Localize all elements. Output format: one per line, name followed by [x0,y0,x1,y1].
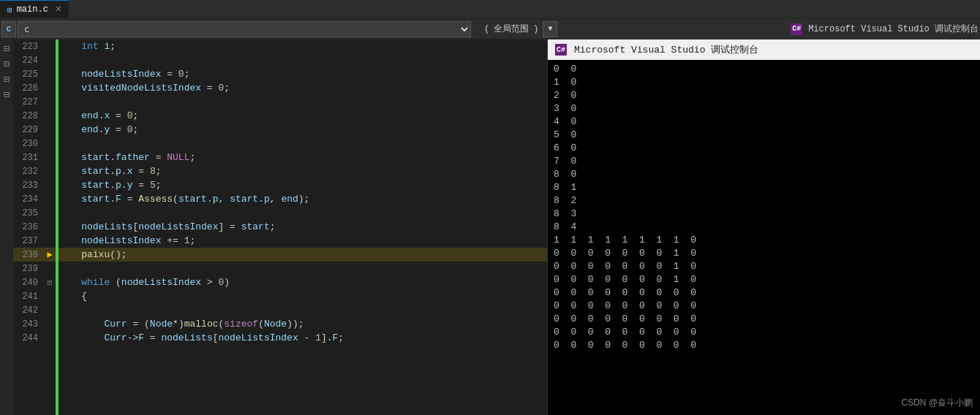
table-row: 237 nodeListsIndex += 1; [13,234,547,248]
code-lines: 223 int i; 224 225 nodeListsIndex = 0; 2… [13,39,547,345]
list-item: 0 0 0 0 0 0 0 0 0 [554,300,974,313]
list-item: 8 0 [554,168,974,181]
sidebar-icon-1[interactable]: ⊟ [4,42,10,55]
list-item: 0 0 0 0 0 0 0 0 0 [554,339,974,352]
tab-main-c[interactable]: ⊞ main.c × [0,0,69,18]
table-row: 229 end.y = 0; [13,123,547,137]
table-row: 241 { [13,289,547,303]
modified-indicator-bar [56,39,59,415]
table-row: 225 nodeListsIndex = 0; [13,67,547,81]
list-item: 0 0 0 0 0 0 0 0 0 [554,313,974,326]
table-row: 243 Curr = (Node*)malloc(sizeof(Node)); [13,317,547,331]
table-row: 230 [13,137,547,151]
file-type-icon: ⊞ [7,5,12,15]
watermark: CSDN @奋斗小鹏 [901,397,973,409]
list-item: 0 0 0 0 0 0 0 1 0 [554,247,974,260]
list-item: 8 1 [554,181,974,194]
sidebar-icon-4[interactable]: ⊟ [4,88,10,101]
vs-icon: C# [791,23,802,35]
table-row: 232 start.p.x = 8; [13,164,547,178]
scope-icon: C [1,21,16,37]
list-item: 6 0 [554,142,974,155]
table-row: 235 [13,206,547,220]
scope-value: 全局范围 [494,23,529,35]
list-item: 2 0 [554,89,974,102]
list-item: 0 0 [554,63,974,76]
c-icon: C [7,25,12,34]
debug-title-toolbar: Microsoft Visual Studio 调试控制台 [808,23,979,35]
editor-area: 223 int i; 224 225 nodeListsIndex = 0; 2… [13,39,547,415]
list-item: 0 0 0 0 0 0 0 1 0 [554,260,974,273]
list-item: 0 0 0 0 0 0 0 0 0 [554,286,974,300]
list-item: 8 3 [554,208,974,221]
debug-header: C# Microsoft Visual Studio 调试控制台 [548,39,980,60]
table-row: 223 int i; [13,39,547,53]
scope-dropdown-left[interactable]: c [18,21,471,37]
scope-label-parens2: ) [530,24,541,34]
toolbar: C c ( 全局范围 ) ▼ C# Microsoft Visual Studi… [0,19,980,39]
list-item: 1 1 1 1 1 1 1 1 0 [554,234,974,247]
table-row: 240 ⊟ while (nodeListsIndex > 0) [13,275,547,289]
list-item: 8 4 [554,221,974,234]
main-area: ⊟ ⊟ ⊟ ⊟ 223 int i; 224 225 [0,39,980,415]
debug-arrow-indicator: ▶ [47,249,52,260]
table-row: 236 nodeLists[nodeListsIndex] = start; [13,220,547,234]
left-sidebar: ⊟ ⊟ ⊟ ⊟ [0,39,13,415]
tab-filename: main.c [17,4,48,15]
list-item: 0 0 0 0 0 0 0 0 0 [554,326,974,339]
table-row: 231 start.father = NULL; [13,151,547,164]
list-item: 8 2 [554,194,974,208]
list-item: 0 0 0 0 0 0 0 1 0 [554,273,974,286]
sidebar-icon-2[interactable]: ⊟ [4,58,10,70]
collapse-button[interactable]: ⊟ [48,278,52,287]
debug-output: 0 0 1 0 2 0 3 0 4 0 5 0 6 0 7 0 8 0 8 1 … [548,60,980,415]
debug-title: Microsoft Visual Studio 调试控制台 [574,43,758,56]
table-row: 244 Curr->F = nodeLists[nodeListsIndex -… [13,331,547,345]
scope-arrow-down[interactable]: ▼ [543,21,557,37]
sidebar-icon-3[interactable]: ⊟ [4,73,10,85]
table-row: 233 start.p.y = 5; [13,178,547,192]
tab-close-button[interactable]: × [56,4,61,15]
table-row: 224 [13,53,547,67]
table-row: 227 [13,95,547,109]
list-item: 7 0 [554,155,974,168]
vs-icon-debug: C# [555,44,567,56]
table-row: 238 ▶ paixu(); [13,248,547,262]
list-item: 3 0 [554,102,974,115]
list-item: 4 0 [554,115,974,129]
scope-label-parens: ( [481,24,492,34]
table-row: 242 [13,303,547,317]
table-row: 228 end.x = 0; [13,109,547,123]
list-item: 1 0 [554,76,974,89]
list-item: 5 0 [554,129,974,142]
table-row: 234 start.F = Assess(start.p, start.p, e… [13,192,547,206]
table-row: 239 [13,262,547,275]
table-row: 226 visitedNodeListsIndex = 0; [13,81,547,95]
tab-bar: ⊞ main.c × [0,0,980,19]
debug-panel: C# Microsoft Visual Studio 调试控制台 0 0 1 0… [547,39,980,415]
